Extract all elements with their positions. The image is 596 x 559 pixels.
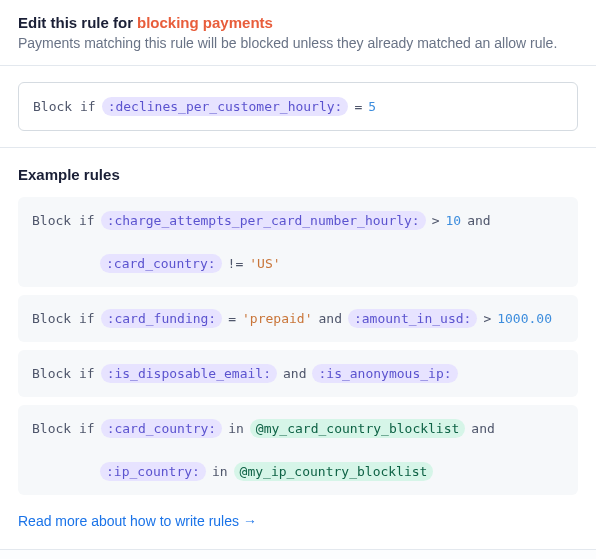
editor-attribute-token: :declines_per_customer_hourly:: [102, 97, 349, 116]
example-rule: Block if:charge_attempts_per_card_number…: [18, 197, 578, 287]
examples-list: Block if:charge_attempts_per_card_number…: [18, 197, 578, 495]
list-token: @my_ip_country_blocklist: [234, 462, 434, 481]
operator: and: [318, 311, 341, 326]
rule-editor-wrap: Block if :declines_per_customer_hourly: …: [0, 66, 596, 147]
attribute-token: :card_funding:: [101, 309, 223, 328]
link-row: Read more about how to write rules →: [18, 513, 578, 529]
operator: and: [467, 213, 490, 228]
operator: >: [432, 213, 440, 228]
attribute-token: :card_country:: [101, 419, 223, 438]
attribute-token: :ip_country:: [100, 462, 206, 481]
operator: in: [212, 464, 228, 479]
editor-operator: =: [354, 99, 362, 114]
number-literal: 10: [446, 213, 462, 228]
examples-title: Example rules: [18, 166, 578, 183]
number-literal: 1000.00: [497, 311, 552, 326]
operator: in: [228, 421, 244, 436]
operator: >: [483, 311, 491, 326]
attribute-token: :amount_in_usd:: [348, 309, 477, 328]
rule-keyword: Block if: [32, 213, 95, 228]
page-title: Edit this rule for blocking payments: [18, 14, 578, 31]
rule-keyword: Block if: [32, 421, 95, 436]
example-rule: Block if:card_country:in@my_card_country…: [18, 405, 578, 495]
rule-keyword: Block if: [32, 311, 95, 326]
rule-editor[interactable]: Block if :declines_per_customer_hourly: …: [18, 82, 578, 131]
arrow-right-icon: →: [243, 513, 257, 529]
rule-keyword: Block if: [32, 366, 95, 381]
editor-keyword: Block if: [33, 99, 96, 114]
operator: and: [283, 366, 306, 381]
footer: Cancel Test rule: [0, 550, 596, 559]
string-literal: 'prepaid': [242, 311, 312, 326]
string-literal: 'US': [249, 256, 280, 271]
list-token: @my_card_country_blocklist: [250, 419, 466, 438]
header: Edit this rule for blocking payments Pay…: [0, 0, 596, 65]
example-rule: Block if:card_funding:='prepaid'and:amou…: [18, 295, 578, 342]
attribute-token: :is_anonymous_ip:: [312, 364, 457, 383]
title-prefix: Edit this rule for: [18, 14, 133, 31]
link-label: Read more about how to write rules: [18, 513, 239, 529]
page-subtitle: Payments matching this rule will be bloc…: [18, 35, 578, 51]
operator: and: [471, 421, 494, 436]
title-highlight: blocking payments: [137, 14, 273, 31]
attribute-token: :charge_attempts_per_card_number_hourly:: [101, 211, 426, 230]
attribute-token: :card_country:: [100, 254, 222, 273]
read-more-link[interactable]: Read more about how to write rules →: [18, 513, 257, 529]
attribute-token: :is_disposable_email:: [101, 364, 277, 383]
examples-section: Example rules Block if:charge_attempts_p…: [0, 148, 596, 549]
editor-value: 5: [368, 99, 376, 114]
example-rule: Block if:is_disposable_email:and:is_anon…: [18, 350, 578, 397]
operator: !=: [228, 256, 244, 271]
operator: =: [228, 311, 236, 326]
